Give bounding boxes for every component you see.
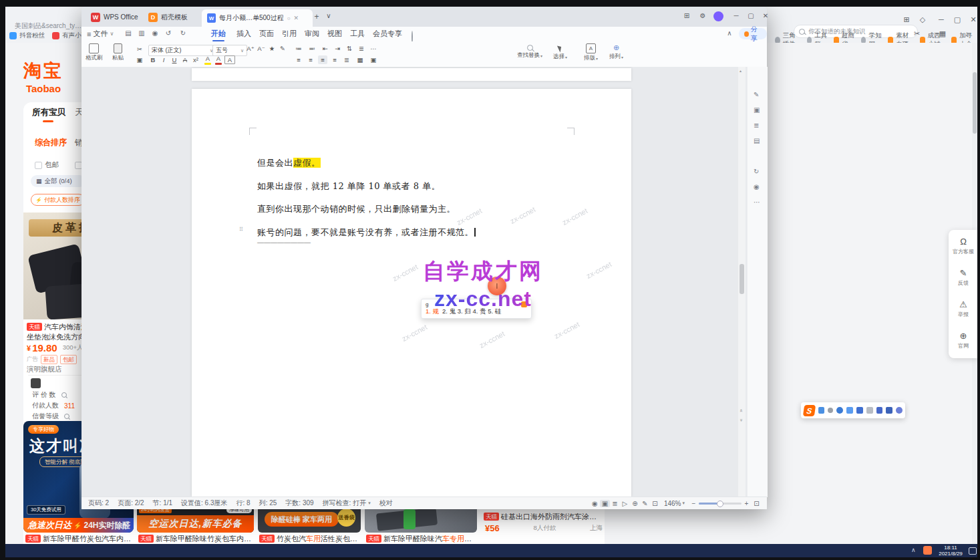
number-list-button[interactable]: ≕ <box>307 44 317 53</box>
hidden-icons-chevron[interactable]: ∧ <box>911 547 916 553</box>
increase-indent-button[interactable]: ⇥ <box>333 44 342 53</box>
person-icon[interactable] <box>866 407 873 414</box>
ad-product-title[interactable]: 天猫新车除甲醛竹炭包汽车内除味汽车用活性炭 <box>25 534 132 544</box>
taskbar-clock[interactable]: 18:11 2021/8/29 <box>935 545 966 557</box>
strikethrough-button[interactable]: A <box>180 55 190 64</box>
save-icon[interactable]: ▤ <box>123 29 134 37</box>
text-effects-icon[interactable]: ★ <box>267 44 277 53</box>
paragraph-3[interactable]: 直到你出现那个动销的时候，只出删除销量为主。 <box>257 203 456 215</box>
underline-button[interactable]: U <box>170 55 179 64</box>
grow-font-icon[interactable]: A⁺ <box>246 44 255 53</box>
tab-list-icon[interactable]: ∨ <box>323 12 334 19</box>
paste-button[interactable]: 粘贴 <box>112 43 124 62</box>
collapse-ribbon-icon[interactable]: ∧ <box>724 29 735 37</box>
font-color-button[interactable]: A <box>214 54 223 65</box>
focus-mode-icon[interactable]: ⊕ <box>630 500 640 507</box>
browser-apps-icon[interactable]: ⊞ <box>901 15 913 24</box>
tab-close-icon[interactable]: ✕ <box>294 15 299 21</box>
align-center-button[interactable]: ≡ <box>306 55 315 64</box>
browser-shield-icon[interactable]: ◇ <box>917 15 929 24</box>
shrink-font-icon[interactable]: A⁻ <box>257 44 266 53</box>
tab-insert[interactable]: 插入 <box>236 29 251 39</box>
tab-view[interactable]: 视图 <box>327 29 342 39</box>
align-justify-button[interactable]: ≡ <box>318 55 327 64</box>
strip-title[interactable]: 天猫新车除甲醛除味汽车专用竹炭包除味 <box>366 534 476 544</box>
page-view-icon[interactable]: ▣ <box>600 500 610 507</box>
customer-service-button[interactable]: Ω 官方客服 <box>949 230 978 261</box>
sort-composite[interactable]: 综合排序 <box>35 137 67 148</box>
wps-close-button[interactable]: ✕ <box>760 12 771 19</box>
bookmark-item[interactable]: 抖音粉丝 <box>9 31 45 40</box>
status-word-count[interactable]: 字数: 309 <box>285 499 313 508</box>
tab-reference[interactable]: 引用 <box>282 29 297 39</box>
arrange-button[interactable]: ⊕ 排列▾ <box>609 43 623 61</box>
zoom-slider-knob[interactable] <box>717 501 723 507</box>
redo-icon[interactable]: ↻ <box>178 29 188 37</box>
filter-all-pill[interactable]: ▦ 全部 (0/4) <box>31 175 86 187</box>
taobao-logo[interactable]: 淘宝 Taobao <box>20 59 67 94</box>
docer-template-tab[interactable]: D 稻壳模板 <box>143 9 193 25</box>
wps-minimize-button[interactable]: ─ <box>731 12 742 19</box>
scrollbar-thumb[interactable] <box>740 264 744 294</box>
file-menu[interactable]: ≡ 文件 ∨ <box>87 29 114 39</box>
magnifier-icon[interactable] <box>64 414 69 419</box>
history-tool-icon[interactable]: ◉ <box>754 183 760 190</box>
paragraph-4[interactable]: 账号的问题，要不就是账号没有养，或者注册不规范。 <box>257 227 476 239</box>
strip-list-item-title[interactable]: 天猫硅基出口海外防雨剂汽车涂层用防雨… <box>484 512 603 522</box>
zoom-value[interactable]: 146% <box>664 500 681 507</box>
outline-view-icon[interactable]: ≣ <box>610 500 620 507</box>
tab-all-items[interactable]: 所有宝贝 <box>32 107 65 118</box>
bullet-list-button[interactable]: ≔ <box>294 44 303 53</box>
skin-icon[interactable] <box>876 407 883 414</box>
outline-tool-icon[interactable]: ≣ <box>754 122 759 129</box>
tab-page[interactable]: 页面 <box>259 29 274 39</box>
bold-button[interactable]: B <box>148 55 158 64</box>
new-tab-button[interactable]: + <box>311 12 322 21</box>
tab-member[interactable]: 会员专享 <box>373 29 402 39</box>
paragraph-settings-icon[interactable]: ⋯ <box>369 44 378 53</box>
strip-card-image[interactable] <box>365 505 477 533</box>
strip-title[interactable]: 天猫竹炭包汽车用活性炭包新车除甲醛 <box>259 534 359 544</box>
zoom-slider[interactable] <box>699 503 742 505</box>
status-spellcheck[interactable]: 拼写检查: 打开 <box>323 499 367 508</box>
edit-mode-icon[interactable]: ✎ <box>754 91 759 98</box>
browser-tab-url[interactable]: 美国刺品&search_type=item… <box>15 21 85 31</box>
status-proofread[interactable]: 校对 <box>379 499 393 508</box>
typeset-button[interactable]: A 排版▾ <box>584 43 598 62</box>
paragraph-2[interactable]: 如果出虚假，就把 12 单降 10 单或者 8 单。 <box>257 180 440 192</box>
strip-title[interactable]: 天猫新车除甲醛除味竹炭包车内专用汽车炭 <box>138 534 253 544</box>
borders-button[interactable]: ▦ <box>355 55 365 64</box>
keyboard-icon[interactable] <box>818 407 825 414</box>
tab-tools[interactable]: 工具 <box>350 29 365 39</box>
select-button[interactable]: 选择▾ <box>553 43 567 61</box>
undo-icon[interactable]: ↺ <box>163 29 174 37</box>
line-spacing-button[interactable]: ⇅ <box>345 44 354 53</box>
save-tool-icon[interactable]: ▤ <box>754 137 760 144</box>
paragraph-drag-handle[interactable]: ⠿ <box>239 228 244 235</box>
free-shipping-checkbox[interactable]: 包邮 <box>35 160 59 170</box>
format-painter-button[interactable]: 格式刷 <box>86 43 103 62</box>
zoom-in-button[interactable]: + <box>742 500 752 507</box>
cut-icon[interactable]: ✂ <box>135 45 144 53</box>
paragraph-1[interactable]: 但是会出虚假。 <box>257 157 321 169</box>
scrollbar-thumb[interactable] <box>973 72 977 134</box>
tab-review[interactable]: 审阅 <box>305 29 319 39</box>
prev-page-icon[interactable]: « <box>738 409 744 412</box>
magnifier-icon[interactable] <box>61 392 67 398</box>
page-2[interactable]: 但是会出虚假。 如果出虚假，就把 12 单降 10 单或者 8 单。 直到你出现… <box>192 89 631 497</box>
store-name[interactable]: 演明旗舰店 <box>27 365 80 374</box>
italic-button[interactable]: I <box>159 55 168 64</box>
download-icon[interactable] <box>846 407 853 414</box>
wps-home-tab[interactable]: W WPS Office <box>86 9 144 25</box>
browser-minimize-button[interactable]: ─ <box>935 15 947 23</box>
fit-page-icon[interactable]: ⊡ <box>650 500 660 507</box>
preview-icon[interactable]: ◉ <box>150 29 160 37</box>
eye-protect-icon[interactable]: ◉ <box>590 500 600 507</box>
decrease-indent-button[interactable]: ⇤ <box>321 44 330 53</box>
shading-button[interactable]: ▣ <box>369 55 378 64</box>
superscript-button[interactable]: x² <box>191 55 200 64</box>
copy-icon[interactable]: ▣ <box>135 55 144 64</box>
taskbar-app-icon[interactable] <box>923 546 932 555</box>
next-page-icon[interactable]: « <box>738 418 744 421</box>
document-tab[interactable]: W 每月小额…单500过程 ○ ✕ <box>202 9 313 27</box>
